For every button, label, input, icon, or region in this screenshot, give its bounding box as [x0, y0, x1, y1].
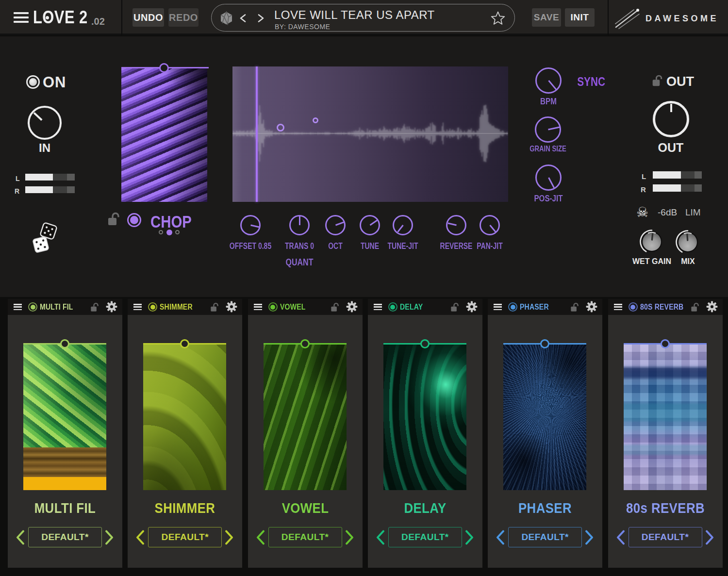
fx-module-card: 80S REVERB 80s REVERB DEFAULT*: [608, 299, 723, 568]
fx-module-image: [143, 344, 226, 490]
main-menu-icon[interactable]: [14, 12, 29, 23]
fx-settings-gear-icon[interactable]: [465, 300, 478, 313]
fx-enable-led[interactable]: [28, 302, 37, 312]
fx-lock-icon[interactable]: [90, 302, 99, 313]
limiter-lim-label[interactable]: LIM: [685, 207, 701, 218]
chop-page-dot-active[interactable]: [166, 230, 172, 235]
chop-page-dot[interactable]: [175, 230, 180, 234]
fx-preset-next-icon[interactable]: [104, 530, 115, 545]
preset-next-icon[interactable]: [256, 14, 265, 22]
fx-preset-prev-icon[interactable]: [495, 530, 505, 545]
fx-enable-led[interactable]: [268, 302, 278, 312]
power-on-toggle[interactable]: [26, 75, 40, 89]
input-meter-left: [25, 174, 75, 181]
fx-slider-handle[interactable]: [661, 339, 670, 348]
chop-lock-icon[interactable]: [107, 211, 121, 227]
fx-menu-icon[interactable]: [374, 304, 382, 310]
fx-preset-prev-icon[interactable]: [255, 530, 265, 545]
limiter-db-value[interactable]: -6dB: [658, 207, 677, 218]
app-version: .02: [91, 16, 105, 27]
fx-preset-prev-icon[interactable]: [135, 530, 145, 545]
fx-settings-gear-icon[interactable]: [105, 300, 118, 313]
limiter-skull-icon[interactable]: ☠: [636, 204, 648, 220]
redo-button[interactable]: REDO: [168, 8, 199, 27]
fx-settings-gear-icon[interactable]: [225, 300, 238, 313]
fx-menu-icon[interactable]: [254, 304, 262, 310]
tune-jit-knob[interactable]: [393, 215, 413, 235]
fx-preset-prev-icon[interactable]: [375, 530, 385, 545]
fx-preset-selector[interactable]: DEFAULT*: [28, 527, 102, 547]
fx-settings-gear-icon[interactable]: [585, 300, 598, 313]
fx-preset-next-icon[interactable]: [345, 530, 355, 545]
trans-0-knob[interactable]: [289, 215, 310, 235]
fx-enable-led[interactable]: [629, 302, 638, 312]
chop-page-dot[interactable]: [159, 230, 163, 234]
fx-preset-next-icon[interactable]: [584, 530, 595, 545]
fx-preset-prev-icon[interactable]: [15, 530, 25, 545]
fx-lock-icon[interactable]: [210, 302, 219, 313]
fx-slider-handle[interactable]: [60, 339, 69, 348]
grain-marker[interactable]: [277, 124, 284, 132]
pan-jit-knob[interactable]: [480, 215, 500, 235]
fx-lock-icon[interactable]: [691, 302, 700, 313]
reverse-knob[interactable]: [446, 215, 466, 235]
knob-label: PAN-JIT: [463, 241, 517, 251]
divider: [608, 0, 609, 35]
save-button[interactable]: SAVE: [532, 8, 561, 27]
fx-enable-led[interactable]: [148, 302, 157, 312]
fx-menu-icon[interactable]: [133, 304, 142, 310]
fx-preset-prev-icon[interactable]: [615, 530, 626, 545]
tune-knob[interactable]: [360, 215, 380, 235]
offset-0-85-knob[interactable]: [240, 215, 261, 235]
grain-marker[interactable]: [313, 117, 318, 123]
fx-enable-led[interactable]: [508, 302, 517, 312]
fx-lock-icon[interactable]: [570, 302, 579, 313]
out-lock-icon[interactable]: [652, 74, 663, 87]
fx-settings-gear-icon[interactable]: [346, 300, 358, 313]
fx-settings-gear-icon[interactable]: [706, 300, 718, 313]
fx-module-name: VOWEL: [256, 500, 354, 516]
fx-menu-icon[interactable]: [494, 304, 502, 310]
fx-preset-selector[interactable]: DEFAULT*: [148, 527, 222, 547]
fx-menu-icon[interactable]: [14, 304, 22, 310]
oct-knob[interactable]: [325, 215, 346, 235]
undo-button[interactable]: UNDO: [132, 8, 164, 27]
input-gain-knob[interactable]: [28, 106, 62, 140]
preset-prev-icon[interactable]: [239, 14, 248, 22]
bpm-knob[interactable]: [535, 67, 562, 94]
fx-header-title: MULTI FIL: [40, 303, 73, 312]
preset-byline: BY: DAWESOME: [275, 23, 330, 31]
output-gain-knob[interactable]: [653, 101, 689, 137]
dice-randomize-icon[interactable]: [30, 221, 59, 254]
preset-browser-pill[interactable]: LOVE WILL TEAR US APART BY: DAWESOME: [211, 4, 515, 32]
chop-visual[interactable]: [121, 67, 207, 202]
fx-preset-next-icon[interactable]: [224, 530, 234, 545]
wet-gain-knob[interactable]: [640, 230, 664, 254]
preset-random-icon[interactable]: [219, 11, 233, 25]
favorite-star-icon[interactable]: [490, 11, 506, 26]
mix-label: MIX: [677, 257, 699, 266]
chop-slider-handle[interactable]: [159, 63, 169, 73]
fx-lock-icon[interactable]: [450, 302, 460, 313]
chop-active-radio[interactable]: [127, 213, 141, 227]
grain-size-knob[interactable]: [535, 116, 561, 143]
fx-slider-handle[interactable]: [420, 339, 430, 348]
fx-module-header: 80S REVERB: [608, 299, 723, 315]
waveform-playhead[interactable]: [256, 66, 258, 202]
fx-menu-icon[interactable]: [614, 304, 622, 310]
fx-slider-handle[interactable]: [300, 339, 310, 348]
fx-preset-selector[interactable]: DEFAULT*: [268, 527, 342, 547]
mix-knob[interactable]: [676, 230, 700, 254]
sync-label[interactable]: SYNC: [577, 74, 605, 89]
plugin-window: LOVE 2 .02 UNDO REDO LOVE WILL TEAR US A…: [0, 0, 728, 576]
init-button[interactable]: INIT: [565, 8, 595, 27]
fx-preset-selector[interactable]: DEFAULT*: [508, 527, 582, 547]
pos-jit-knob[interactable]: [535, 165, 562, 191]
fx-preset-selector[interactable]: DEFAULT*: [629, 527, 702, 547]
fx-module-card: SHIMMER SHIMMER DEFAULT*: [128, 299, 242, 568]
fx-enable-led[interactable]: [388, 302, 397, 312]
fx-lock-icon[interactable]: [331, 302, 340, 313]
fx-preset-next-icon[interactable]: [464, 530, 475, 545]
fx-preset-selector[interactable]: DEFAULT*: [388, 527, 462, 547]
fx-preset-next-icon[interactable]: [705, 530, 715, 545]
